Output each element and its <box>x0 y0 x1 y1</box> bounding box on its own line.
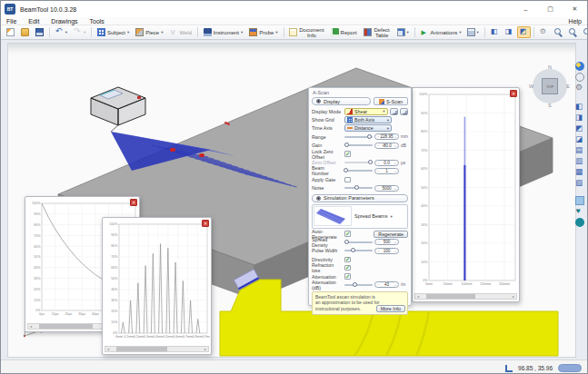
range-slider[interactable] <box>344 136 373 138</box>
document-info-button[interactable]: Document Info <box>286 26 326 38</box>
open-button[interactable] <box>18 26 32 38</box>
view-orbit-icon[interactable] <box>575 73 584 82</box>
view-cube-a-icon[interactable] <box>575 102 584 111</box>
gain-unit: dB <box>401 143 408 148</box>
probe-3d-model[interactable] <box>91 87 145 132</box>
undo-button[interactable]: ▾ <box>53 26 70 38</box>
view-cube-iso-button[interactable] <box>517 26 531 38</box>
view-cube-f-icon[interactable] <box>575 156 584 165</box>
attenuation-db-value[interactable]: −43+ <box>374 281 399 288</box>
view-cube-right-button[interactable] <box>503 26 516 38</box>
spread-density-slider[interactable] <box>344 241 373 243</box>
pulse-width-slider[interactable] <box>344 250 373 251</box>
chevron-down-icon: ▾ <box>387 126 389 131</box>
zoom-extents-button[interactable] <box>552 26 565 38</box>
compass-top-face[interactable]: TOP <box>542 78 558 94</box>
display-mode-dropdown[interactable]: Shear▾ <box>344 108 388 115</box>
directivity-checkbox[interactable] <box>344 257 351 263</box>
selection-mode-icon[interactable] <box>575 196 584 205</box>
compass-west[interactable]: W <box>529 84 533 89</box>
gain-slider[interactable] <box>344 144 373 146</box>
pulse-width-value[interactable]: −100+ <box>374 248 399 254</box>
sscan-button[interactable]: S-Scan <box>374 97 408 105</box>
h-scrollbar[interactable]: ◂▸ <box>105 346 209 352</box>
h-scrollbar[interactable]: ◂▸ <box>414 293 517 300</box>
auto-regenerate-checkbox[interactable] <box>344 231 351 237</box>
view-cube-c-icon[interactable] <box>575 123 584 133</box>
close-icon[interactable]: ✕ <box>202 220 209 227</box>
defect-table-button[interactable]: Defect Table <box>361 26 394 38</box>
mode-longitudinal-button[interactable] <box>400 108 408 115</box>
defect-indicator[interactable] <box>170 148 175 152</box>
subject-button[interactable]: Subject▾ <box>95 26 132 38</box>
simparams-group-header[interactable]: Simulation Parameters <box>312 194 408 202</box>
view-cube-e-icon[interactable] <box>575 145 584 154</box>
coordinates-icon <box>504 364 513 372</box>
view-cube-h-icon[interactable] <box>575 178 584 187</box>
defect-indicator[interactable] <box>199 153 204 157</box>
beam-number-value[interactable]: −1+ <box>374 168 399 174</box>
menu-file[interactable]: File <box>6 18 16 25</box>
wave-icon <box>347 125 353 131</box>
display-layout-button[interactable]: ▾ <box>464 26 482 38</box>
piece-button[interactable]: Piece▾ <box>133 26 165 38</box>
beam-style-dropdown[interactable]: Spread Beams ▾ <box>354 213 393 219</box>
menu-drawings[interactable]: Drawings <box>51 18 77 25</box>
close-icon[interactable]: ✕ <box>510 90 517 97</box>
attenuation-checkbox[interactable] <box>344 273 351 280</box>
menu-tools[interactable]: Tools <box>90 18 105 25</box>
more-info-button[interactable]: More Info <box>376 305 405 312</box>
compass-east[interactable]: E <box>566 84 570 89</box>
compass-north[interactable]: N <box>548 64 552 70</box>
close-icon[interactable]: ✕ <box>130 199 137 206</box>
beamtool-window: BT BeamTool 10.0.3.28 – ▢ ✕ FileEditDraw… <box>0 0 588 374</box>
close-button[interactable]: ✕ <box>563 1 587 17</box>
animations-button[interactable]: Animations▾ <box>418 26 464 38</box>
refraction-loss-checkbox[interactable] <box>344 265 351 271</box>
probe-3d-icon[interactable] <box>575 218 584 227</box>
mode-shear-button[interactable] <box>390 108 398 115</box>
open-icon <box>21 28 29 36</box>
noise-value[interactable]: −5000+ <box>374 185 399 192</box>
probe-button[interactable]: Probe▾ <box>246 26 280 38</box>
view-cube-g-icon[interactable] <box>575 167 584 176</box>
instrument-button[interactable]: Instrument▾ <box>201 26 246 38</box>
settings-button[interactable] <box>537 26 551 38</box>
regenerate-button[interactable]: Regenerate <box>374 231 408 238</box>
lock-zero-offset-checkbox[interactable] <box>344 151 351 157</box>
view-cube[interactable]: N S W E TOP <box>529 65 571 107</box>
save-button[interactable] <box>33 26 46 38</box>
materials-icon[interactable] <box>575 207 584 216</box>
report-button[interactable]: Report <box>328 26 360 38</box>
view-cube-b-icon[interactable] <box>575 113 584 122</box>
apply-gate-checkbox[interactable] <box>344 177 351 183</box>
minimize-button[interactable]: – <box>513 1 538 17</box>
compass-south[interactable]: S <box>548 103 552 108</box>
zoom-window-button[interactable] <box>566 26 580 38</box>
time-axis-dropdown[interactable]: Distance▾ <box>344 124 392 132</box>
menu-edit[interactable]: Edit <box>28 18 39 25</box>
defect-views-button[interactable]: ▾ <box>394 26 412 38</box>
noise-slider[interactable] <box>344 187 373 189</box>
weld-button[interactable]: Weld <box>166 26 194 38</box>
zoom-in-button[interactable] <box>581 26 588 38</box>
apply-gate-label: Apply Gate <box>312 177 343 182</box>
range-value[interactable]: −228.95+ <box>374 133 399 140</box>
display-group-header[interactable]: Display <box>312 97 371 105</box>
redo-button[interactable]: ▾ <box>71 26 88 38</box>
gain-value[interactable]: −-80.0+ <box>374 143 399 149</box>
zero-offset-value[interactable]: −0.0+ <box>374 160 399 166</box>
zero-offset-slider[interactable] <box>344 162 373 163</box>
menu-help[interactable]: Help <box>569 18 582 25</box>
view-cube-d-icon[interactable] <box>575 134 584 143</box>
view-settings-icon[interactable] <box>575 84 584 93</box>
maximize-button[interactable]: ▢ <box>538 1 563 17</box>
attenuation-db-slider[interactable] <box>344 284 373 286</box>
show-grid-dropdown[interactable]: Both Axis▾ <box>344 116 392 123</box>
beam-number-slider[interactable] <box>344 170 373 172</box>
spread-density-value[interactable]: −500+ <box>374 239 399 245</box>
view-cube-left-button[interactable] <box>488 26 502 38</box>
view-globe-icon[interactable] <box>575 62 584 71</box>
new-button[interactable] <box>4 26 17 38</box>
toolbar-separator <box>414 27 415 37</box>
